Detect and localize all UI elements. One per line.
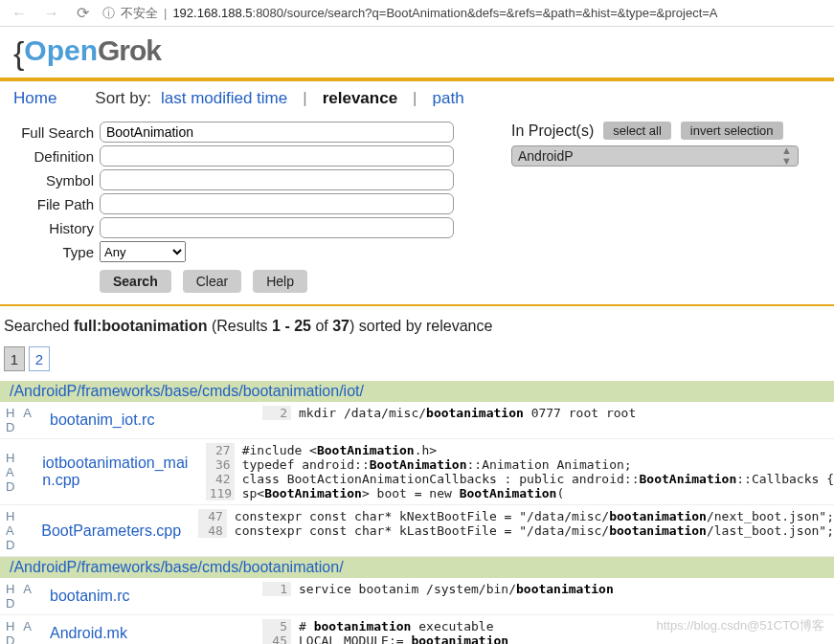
line-number: 27 (206, 443, 235, 457)
snippet-list: 47constexpr const char* kNextBootFile = … (198, 509, 834, 552)
top-nav: Home Sort by: last modified time | relev… (0, 81, 834, 122)
had-links[interactable]: H A D (0, 619, 42, 644)
code-snippet[interactable]: 47constexpr const char* kNextBootFile = … (198, 509, 834, 523)
sort-by-label: Sort by: (95, 89, 151, 108)
file-path-label: File Path (13, 196, 100, 212)
symbol-label: Symbol (13, 172, 100, 189)
had-links[interactable]: H A D (0, 406, 42, 434)
definition-label: Definition (13, 148, 100, 165)
in-projects-label: In Project(s) (511, 122, 594, 140)
page-2[interactable]: 2 (29, 346, 50, 371)
result-summary: Searched full:bootanimation (Results 1 -… (0, 314, 834, 346)
code-snippet[interactable]: 42class BootActionAnimationCallbacks : p… (206, 472, 834, 486)
info-icon: ⓘ (102, 5, 115, 22)
file-link[interactable]: Android.mk (42, 623, 262, 644)
code-text: # bootanimation executable (299, 619, 494, 633)
directory-header[interactable]: /AndroidP/frameworks/base/cmds/bootanima… (0, 381, 834, 402)
had-links[interactable]: H A D (0, 582, 42, 611)
code-text: class BootActionAnimationCallbacks : pub… (242, 472, 834, 486)
help-button[interactable]: Help (253, 270, 307, 293)
result-row: H A Dbootanim.rc1service bootanim /syste… (0, 578, 834, 615)
directory-header[interactable]: /AndroidP/frameworks/base/cmds/bootanima… (0, 557, 834, 578)
full-search-label: Full Search (13, 124, 100, 141)
stepper-icon[interactable]: ▲▼ (781, 145, 792, 167)
file-link[interactable]: iotbootanimation_main.cpp (34, 453, 205, 491)
code-snippet[interactable]: 5# bootanimation executable (262, 619, 834, 633)
history-input[interactable] (100, 217, 454, 238)
address-bar[interactable]: ⓘ 不安全 | 192.168.188.5:8080/source/search… (102, 5, 826, 22)
browser-toolbar: ← → ⟳ ⓘ 不安全 | 192.168.188.5:8080/source/… (0, 0, 834, 27)
symbol-input[interactable] (100, 169, 454, 190)
line-number: 1 (262, 582, 291, 596)
line-number: 42 (206, 472, 235, 486)
line-number: 45 (262, 633, 291, 644)
full-search-input[interactable] (100, 122, 454, 143)
snippet-list: 1service bootanim /system/bin/bootanimat… (262, 582, 834, 611)
file-link[interactable]: BootParameters.cpp (34, 521, 198, 542)
file-link[interactable]: bootanim.rc (42, 586, 262, 607)
code-snippet[interactable]: 48constexpr const char* kLastBootFile = … (198, 523, 834, 538)
code-snippet[interactable]: 27#include <BootAnimation.h> (206, 443, 834, 457)
home-link[interactable]: Home (13, 89, 56, 108)
pagination: 1 2 (0, 346, 834, 381)
result-row: H A Diotbootanimation_main.cpp27#include… (0, 439, 834, 505)
code-snippet[interactable]: 2mkdir /data/misc/bootanimation 0777 roo… (262, 406, 834, 420)
search-form: Full Search Definition Symbol File Path … (13, 122, 454, 293)
code-text: constexpr const char* kNextBootFile = "/… (235, 509, 834, 523)
search-results: /AndroidP/frameworks/base/cmds/bootanima… (0, 381, 834, 644)
back-icon[interactable]: ← (8, 5, 31, 22)
line-number: 5 (262, 619, 291, 633)
had-links[interactable]: H A D (0, 509, 34, 552)
page-1[interactable]: 1 (4, 346, 25, 371)
type-select[interactable]: Any (100, 241, 186, 262)
select-all-button[interactable]: select all (603, 122, 671, 140)
sort-path[interactable]: path (433, 89, 464, 108)
type-label: Type (13, 244, 100, 260)
code-text: mkdir /data/misc/bootanimation 0777 root… (299, 406, 636, 420)
brace-icon: { (13, 34, 24, 71)
code-text: LOCAL_MODULE:= bootanimation (299, 633, 508, 644)
result-row: H A DAndroid.mk5# bootanimation executab… (0, 615, 834, 644)
snippet-list: 2mkdir /data/misc/bootanimation 0777 roo… (262, 406, 834, 434)
code-snippet[interactable]: 119sp<BootAnimation> boot = new BootAnim… (206, 486, 834, 500)
code-snippet[interactable]: 1service bootanim /system/bin/bootanimat… (262, 582, 834, 596)
had-links[interactable]: H A D (0, 451, 34, 494)
history-label: History (13, 220, 100, 236)
file-path-input[interactable] (100, 193, 454, 214)
line-number: 2 (262, 406, 291, 420)
search-button[interactable]: Search (100, 270, 171, 293)
code-text: sp<BootAnimation> boot = new BootAnimati… (242, 486, 565, 500)
reload-icon[interactable]: ⟳ (73, 4, 93, 22)
project-select[interactable]: AndroidP ▲▼ (511, 145, 799, 167)
url-text: 192.168.188.5:8080/source/search?q=BootA… (172, 6, 717, 20)
code-text: typedef android::BootAnimation::Animatio… (242, 457, 632, 472)
divider (0, 304, 834, 306)
file-link[interactable]: bootanim_iot.rc (42, 410, 262, 431)
code-text: #include <BootAnimation.h> (242, 443, 438, 457)
code-text: constexpr const char* kLastBootFile = "/… (235, 523, 834, 538)
forward-icon[interactable]: → (40, 5, 63, 22)
line-number: 119 (206, 486, 235, 500)
opengrok-logo[interactable]: {OpenGrok (0, 27, 834, 76)
snippet-list: 27#include <BootAnimation.h>36typedef an… (206, 443, 834, 500)
clear-button[interactable]: Clear (183, 270, 241, 293)
code-snippet[interactable]: 45LOCAL_MODULE:= bootanimation (262, 633, 834, 644)
definition-input[interactable] (100, 145, 454, 167)
invert-selection-button[interactable]: invert selection (681, 122, 783, 140)
project-panel: In Project(s) select all invert selectio… (511, 122, 799, 167)
line-number: 48 (198, 523, 227, 538)
code-text: service bootanim /system/bin/bootanimati… (299, 582, 614, 596)
sort-relevance[interactable]: relevance (323, 89, 397, 108)
code-snippet[interactable]: 36typedef android::BootAnimation::Animat… (206, 457, 834, 472)
line-number: 36 (206, 457, 235, 472)
result-row: H A DBootParameters.cpp47constexpr const… (0, 505, 834, 557)
project-selected-value: AndroidP (518, 148, 574, 164)
line-number: 47 (198, 509, 227, 523)
insecure-label: 不安全 (121, 5, 158, 22)
snippet-list: 5# bootanimation executable45LOCAL_MODUL… (262, 619, 834, 644)
sort-last-modified[interactable]: last modified time (161, 89, 287, 108)
result-row: H A Dbootanim_iot.rc2mkdir /data/misc/bo… (0, 402, 834, 439)
